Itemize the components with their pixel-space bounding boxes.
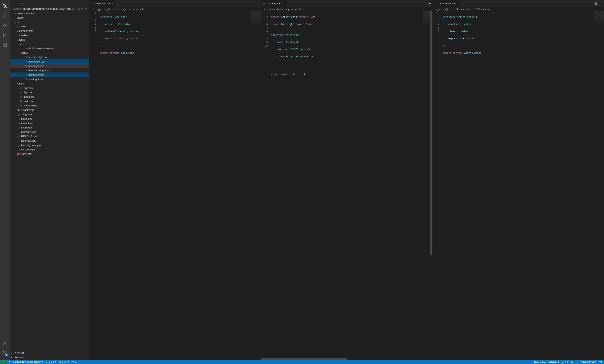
ts-icon: TS xyxy=(24,78,27,80)
sidebar-header: EXPLORER ⋯ xyxy=(10,0,89,7)
editor-more-icon[interactable]: ⋯ xyxy=(257,2,259,5)
file-baselight[interactable]: TSbaseLight.tsx xyxy=(10,64,89,68)
close-icon[interactable]: × xyxy=(112,2,113,5)
project-folder-header[interactable]: VITE-THREEJS-TYPESCRIPT-REACT-GLSL-START… xyxy=(10,7,89,11)
folder-lights[interactable]: ⌄lights xyxy=(10,50,89,55)
collapse-all-icon[interactable] xyxy=(85,7,88,11)
file-index-css[interactable]: #index.css xyxy=(10,95,89,99)
problems[interactable]: 0 0 xyxy=(59,360,69,363)
tab-pointlight[interactable]: TS pointLight.tsx × xyxy=(261,0,287,7)
file-eslintrc[interactable]: ◆.eslintrc.cjs xyxy=(10,108,89,112)
ts-icon: TS xyxy=(24,56,27,58)
settings-icon[interactable]: 1 xyxy=(0,348,10,358)
sidebar: EXPLORER ⋯ VITE-THREEJS-TYPESCRIPT-REACT… xyxy=(10,0,89,360)
scrollbar-vertical[interactable] xyxy=(430,11,432,360)
git-branch[interactable]: tutorial/three-js/light-shaders xyxy=(9,360,43,363)
editor-body-3[interactable]: 123456 interface Attentuation { constant… xyxy=(433,11,604,360)
file-directionallight[interactable]: TSdirectionalLight.tsx xyxy=(10,68,89,73)
explorer-title: EXPLORER xyxy=(13,2,25,5)
svg-rect-6 xyxy=(5,45,7,47)
scrollbar-horizontal[interactable] xyxy=(261,358,432,360)
status-bar: tutorial/three-js/light-shaders 0↓ 2↑ 0 … xyxy=(0,360,604,364)
file-main-tsx[interactable]: TSmain.tsx xyxy=(10,99,89,103)
ts-icon: TS xyxy=(19,91,23,93)
git-sync[interactable]: 0↓ 2↑ xyxy=(45,360,56,363)
folder-gui[interactable]: ⌄GUI xyxy=(10,42,89,46)
close-icon[interactable]: × xyxy=(456,2,458,5)
search-icon[interactable] xyxy=(0,11,10,21)
encoding[interactable]: UTF-8 xyxy=(562,360,569,363)
refresh-icon[interactable] xyxy=(81,7,84,11)
new-folder-icon[interactable] xyxy=(77,7,80,11)
minimap[interactable] xyxy=(251,11,261,23)
split-editor-icon[interactable] xyxy=(595,2,598,5)
file-package-json[interactable]: {}package.json xyxy=(10,130,89,134)
folder-types[interactable]: ⌄types xyxy=(10,37,89,42)
breadcrumb-pane-1[interactable]: src› types› lights› TS baseLight.tsx› ▭d… xyxy=(89,7,261,11)
folder-public[interactable]: ›public xyxy=(10,15,89,20)
run-debug-icon[interactable] xyxy=(0,30,10,40)
svg-rect-4 xyxy=(3,43,4,44)
close-icon[interactable]: × xyxy=(283,2,285,5)
folder-node-modules[interactable]: ›node_modules xyxy=(10,11,89,15)
code-content[interactable]: interface Attentuation { constant: numbe… xyxy=(443,11,604,360)
folder-utils[interactable]: ›utils xyxy=(10,81,89,86)
indentation[interactable]: Spaces: 4 xyxy=(548,360,559,363)
remote-indicator[interactable] xyxy=(0,360,7,364)
editor-body-1[interactable]: 123456 interface BaseLight { color: THRE… xyxy=(89,11,261,360)
editor-more-icon[interactable]: ⋯ xyxy=(600,2,602,5)
file-yarn-lock[interactable]: 🧶yarn.lock xyxy=(10,152,89,156)
file-tsconfig-node[interactable]: {}tsconfig.node.json xyxy=(10,143,89,147)
editor-more-icon[interactable]: ⋯ xyxy=(428,2,431,5)
language-mode[interactable]: { }TypeScript JSX xyxy=(577,360,596,363)
file-guithreehexcolor[interactable]: TSGUIThreeHexColor.tsx xyxy=(10,46,89,50)
file-attenuation[interactable]: TSattenuation.tsx xyxy=(10,59,89,64)
file-vite-env[interactable]: TSvite-env.d.ts xyxy=(10,103,89,108)
tabs-pane-1: TS baseLight.tsx × ⋯ xyxy=(89,0,261,7)
timeline-section[interactable]: ›TIMELINE xyxy=(10,355,89,360)
breadcrumb-pane-3[interactable]: › types› lights› TS attenuation.tsx› ⬚At… xyxy=(433,7,604,11)
folder-src[interactable]: ⌄src xyxy=(10,20,89,24)
license-icon: ⚖ xyxy=(17,126,20,129)
cursor-position[interactable]: Ln 1, Col 1 xyxy=(534,360,545,363)
outline-section[interactable]: ›OUTLINE xyxy=(10,351,89,355)
eol[interactable]: LF xyxy=(571,360,574,363)
breadcrumb-pane-2[interactable]: src› types› lights› TS pointLight.tsx› … xyxy=(261,7,432,11)
tab-baselight[interactable]: TS baseLight.tsx × xyxy=(89,0,115,7)
svg-point-8 xyxy=(4,342,6,344)
file-vite-config[interactable]: TSvite.config.ts xyxy=(10,147,89,152)
tab-attenuation[interactable]: TS attenuation.tsx × xyxy=(433,0,460,7)
source-control-icon[interactable] xyxy=(0,21,10,30)
code-content[interactable]: interface BaseLight { color: THREE.Color… xyxy=(100,11,261,360)
file-readme[interactable]: ⓘREADME.md xyxy=(10,134,89,138)
folder-shaders[interactable]: ›shaders xyxy=(10,33,89,37)
account-icon[interactable] xyxy=(0,339,10,348)
file-index-html[interactable]: <>index.html xyxy=(10,121,89,125)
file-spotlight[interactable]: TSspotLight.tsx xyxy=(10,77,89,81)
explorer-icon[interactable] xyxy=(0,2,10,11)
folder-components[interactable]: ›components xyxy=(10,29,89,33)
file-license[interactable]: ⚖LICENSE xyxy=(10,125,89,130)
file-app-css[interactable]: #App.css xyxy=(10,86,89,90)
file-pointlight[interactable]: TSpointLight.tsx xyxy=(10,73,89,77)
svg-point-3 xyxy=(6,25,7,26)
ts-icon: TS xyxy=(263,3,265,5)
file-gitignore[interactable]: ◇.gitignore xyxy=(10,112,89,116)
new-file-icon[interactable] xyxy=(73,7,76,11)
explorer-more-icon[interactable]: ⋯ xyxy=(82,2,86,5)
file-ambientlight[interactable]: TSambientLight.tsx xyxy=(10,55,89,59)
code-content[interactable]: import Attentuation from "./att import B… xyxy=(271,11,432,360)
svg-rect-7 xyxy=(5,43,7,44)
line-gutter: 123456 xyxy=(433,11,443,360)
ts-icon: TS xyxy=(17,149,20,151)
file-app-tsx[interactable]: TSApp.tsx xyxy=(10,90,89,95)
file-index-d-ts[interactable]: TSindex.d.ts xyxy=(10,116,89,121)
file-tsconfig[interactable]: {}tsconfig.json xyxy=(10,138,89,143)
editor-body-2[interactable]: 12345678910 import Attentuation from "./… xyxy=(261,11,432,360)
ports[interactable]: 0 xyxy=(72,360,76,363)
ts-icon: TS xyxy=(24,65,27,67)
folder-assets[interactable]: ›assets xyxy=(10,24,89,29)
minimap[interactable] xyxy=(594,11,604,23)
feedback-icon[interactable] xyxy=(599,360,602,363)
extensions-icon[interactable] xyxy=(0,40,10,50)
